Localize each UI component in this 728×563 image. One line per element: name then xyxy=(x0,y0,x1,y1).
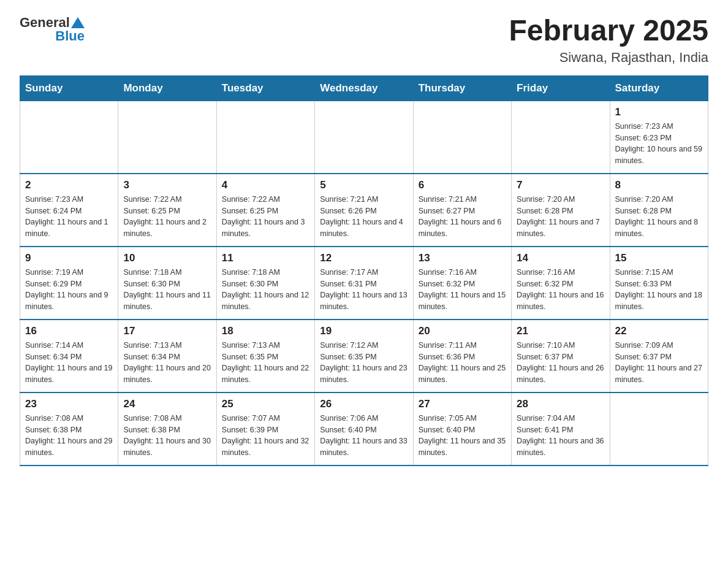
day-number: 26 xyxy=(320,398,408,410)
day-number: 14 xyxy=(517,252,604,264)
day-number: 12 xyxy=(320,252,408,264)
calendar-cell: 21Sunrise: 7:10 AMSunset: 6:37 PMDayligh… xyxy=(512,320,610,393)
calendar-cell: 28Sunrise: 7:04 AMSunset: 6:41 PMDayligh… xyxy=(512,393,610,465)
calendar-cell: 27Sunrise: 7:05 AMSunset: 6:40 PMDayligh… xyxy=(413,393,511,465)
day-number: 18 xyxy=(222,325,309,337)
day-info: Sunrise: 7:22 AMSunset: 6:25 PMDaylight:… xyxy=(123,194,211,240)
calendar-cell: 16Sunrise: 7:14 AMSunset: 6:34 PMDayligh… xyxy=(20,320,118,393)
calendar-cell: 8Sunrise: 7:20 AMSunset: 6:28 PMDaylight… xyxy=(610,174,708,247)
calendar-cell: 4Sunrise: 7:22 AMSunset: 6:25 PMDaylight… xyxy=(216,174,314,247)
weekday-header-sunday: Sunday xyxy=(20,75,118,101)
day-number: 1 xyxy=(615,106,703,118)
calendar-cell: 10Sunrise: 7:18 AMSunset: 6:30 PMDayligh… xyxy=(118,247,216,320)
day-info: Sunrise: 7:16 AMSunset: 6:32 PMDaylight:… xyxy=(517,267,604,313)
day-number: 21 xyxy=(517,325,604,337)
day-number: 8 xyxy=(615,179,703,191)
week-row-4: 16Sunrise: 7:14 AMSunset: 6:34 PMDayligh… xyxy=(20,320,708,393)
day-info: Sunrise: 7:23 AMSunset: 6:23 PMDaylight:… xyxy=(615,121,703,167)
day-info: Sunrise: 7:21 AMSunset: 6:27 PMDaylight:… xyxy=(419,194,506,240)
day-info: Sunrise: 7:11 AMSunset: 6:36 PMDaylight:… xyxy=(419,340,506,386)
calendar-cell: 26Sunrise: 7:06 AMSunset: 6:40 PMDayligh… xyxy=(315,393,413,465)
weekday-header-thursday: Thursday xyxy=(413,75,511,101)
day-number: 16 xyxy=(25,325,113,337)
day-number: 7 xyxy=(517,179,604,191)
day-info: Sunrise: 7:18 AMSunset: 6:30 PMDaylight:… xyxy=(222,267,309,313)
calendar-subtitle: Siwana, Rajasthan, India xyxy=(509,50,708,66)
calendar-cell xyxy=(315,101,413,174)
week-row-1: 1Sunrise: 7:23 AMSunset: 6:23 PMDaylight… xyxy=(20,101,708,174)
day-number: 28 xyxy=(517,398,604,410)
logo: General Blue xyxy=(20,15,85,44)
day-info: Sunrise: 7:23 AMSunset: 6:24 PMDaylight:… xyxy=(25,194,113,240)
calendar-cell: 13Sunrise: 7:16 AMSunset: 6:32 PMDayligh… xyxy=(413,247,511,320)
week-row-2: 2Sunrise: 7:23 AMSunset: 6:24 PMDaylight… xyxy=(20,174,708,247)
calendar-cell xyxy=(610,393,708,465)
calendar-cell: 23Sunrise: 7:08 AMSunset: 6:38 PMDayligh… xyxy=(20,393,118,465)
calendar-cell: 15Sunrise: 7:15 AMSunset: 6:33 PMDayligh… xyxy=(610,247,708,320)
day-number: 3 xyxy=(123,179,211,191)
day-number: 22 xyxy=(615,325,703,337)
svg-marker-0 xyxy=(71,17,85,28)
day-info: Sunrise: 7:14 AMSunset: 6:34 PMDaylight:… xyxy=(25,340,113,386)
calendar-cell: 25Sunrise: 7:07 AMSunset: 6:39 PMDayligh… xyxy=(216,393,314,465)
day-number: 2 xyxy=(25,179,113,191)
calendar-cell: 3Sunrise: 7:22 AMSunset: 6:25 PMDaylight… xyxy=(118,174,216,247)
day-info: Sunrise: 7:05 AMSunset: 6:40 PMDaylight:… xyxy=(419,413,506,459)
day-info: Sunrise: 7:18 AMSunset: 6:30 PMDaylight:… xyxy=(123,267,211,313)
week-row-3: 9Sunrise: 7:19 AMSunset: 6:29 PMDaylight… xyxy=(20,247,708,320)
calendar-cell: 1Sunrise: 7:23 AMSunset: 6:23 PMDaylight… xyxy=(610,101,708,174)
calendar-cell: 18Sunrise: 7:13 AMSunset: 6:35 PMDayligh… xyxy=(216,320,314,393)
calendar-cell: 5Sunrise: 7:21 AMSunset: 6:26 PMDaylight… xyxy=(315,174,413,247)
day-info: Sunrise: 7:17 AMSunset: 6:31 PMDaylight:… xyxy=(320,267,408,313)
calendar-cell: 11Sunrise: 7:18 AMSunset: 6:30 PMDayligh… xyxy=(216,247,314,320)
day-number: 11 xyxy=(222,252,309,264)
calendar-cell: 2Sunrise: 7:23 AMSunset: 6:24 PMDaylight… xyxy=(20,174,118,247)
day-number: 13 xyxy=(419,252,506,264)
calendar-cell: 6Sunrise: 7:21 AMSunset: 6:27 PMDaylight… xyxy=(413,174,511,247)
calendar-cell xyxy=(216,101,314,174)
day-info: Sunrise: 7:16 AMSunset: 6:32 PMDaylight:… xyxy=(419,267,506,313)
calendar-cell: 20Sunrise: 7:11 AMSunset: 6:36 PMDayligh… xyxy=(413,320,511,393)
title-area: February 2025 Siwana, Rajasthan, India xyxy=(509,15,708,66)
logo-blue-text: Blue xyxy=(55,28,85,44)
day-info: Sunrise: 7:04 AMSunset: 6:41 PMDaylight:… xyxy=(517,413,604,459)
calendar-cell: 12Sunrise: 7:17 AMSunset: 6:31 PMDayligh… xyxy=(315,247,413,320)
calendar-cell: 7Sunrise: 7:20 AMSunset: 6:28 PMDaylight… xyxy=(512,174,610,247)
day-info: Sunrise: 7:08 AMSunset: 6:38 PMDaylight:… xyxy=(123,413,211,459)
weekday-header-friday: Friday xyxy=(512,75,610,101)
weekday-header-wednesday: Wednesday xyxy=(315,75,413,101)
day-info: Sunrise: 7:07 AMSunset: 6:39 PMDaylight:… xyxy=(222,413,309,459)
calendar-title: February 2025 xyxy=(509,15,708,47)
calendar-cell xyxy=(118,101,216,174)
weekday-header-monday: Monday xyxy=(118,75,216,101)
calendar-cell xyxy=(20,101,118,174)
day-info: Sunrise: 7:15 AMSunset: 6:33 PMDaylight:… xyxy=(615,267,703,313)
day-info: Sunrise: 7:12 AMSunset: 6:35 PMDaylight:… xyxy=(320,340,408,386)
day-info: Sunrise: 7:13 AMSunset: 6:34 PMDaylight:… xyxy=(123,340,211,386)
weekday-header-saturday: Saturday xyxy=(610,75,708,101)
day-info: Sunrise: 7:20 AMSunset: 6:28 PMDaylight:… xyxy=(615,194,703,240)
day-info: Sunrise: 7:22 AMSunset: 6:25 PMDaylight:… xyxy=(222,194,309,240)
day-number: 27 xyxy=(419,398,506,410)
day-number: 20 xyxy=(419,325,506,337)
day-info: Sunrise: 7:08 AMSunset: 6:38 PMDaylight:… xyxy=(25,413,113,459)
weekday-header-tuesday: Tuesday xyxy=(216,75,314,101)
day-number: 19 xyxy=(320,325,408,337)
day-number: 25 xyxy=(222,398,309,410)
day-info: Sunrise: 7:21 AMSunset: 6:26 PMDaylight:… xyxy=(320,194,408,240)
calendar-cell: 22Sunrise: 7:09 AMSunset: 6:37 PMDayligh… xyxy=(610,320,708,393)
calendar-cell xyxy=(413,101,511,174)
header: General Blue February 2025 Siwana, Rajas… xyxy=(20,15,708,66)
day-info: Sunrise: 7:09 AMSunset: 6:37 PMDaylight:… xyxy=(615,340,703,386)
calendar-cell: 14Sunrise: 7:16 AMSunset: 6:32 PMDayligh… xyxy=(512,247,610,320)
day-number: 9 xyxy=(25,252,113,264)
day-number: 23 xyxy=(25,398,113,410)
day-info: Sunrise: 7:19 AMSunset: 6:29 PMDaylight:… xyxy=(25,267,113,313)
calendar-table: SundayMondayTuesdayWednesdayThursdayFrid… xyxy=(20,75,708,466)
day-info: Sunrise: 7:06 AMSunset: 6:40 PMDaylight:… xyxy=(320,413,408,459)
logo-triangle-icon xyxy=(71,17,85,28)
day-info: Sunrise: 7:10 AMSunset: 6:37 PMDaylight:… xyxy=(517,340,604,386)
day-number: 15 xyxy=(615,252,703,264)
calendar-cell: 19Sunrise: 7:12 AMSunset: 6:35 PMDayligh… xyxy=(315,320,413,393)
day-number: 6 xyxy=(419,179,506,191)
